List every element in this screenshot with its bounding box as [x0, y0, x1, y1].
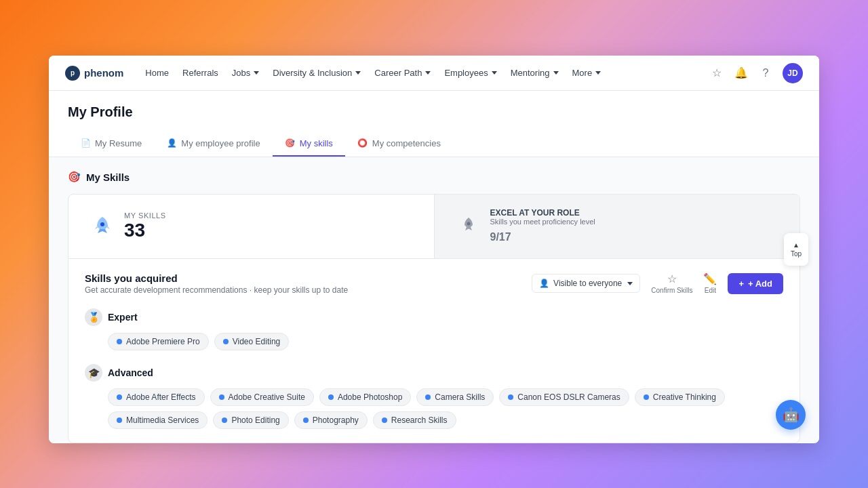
section-icon: 🎯 — [68, 171, 81, 183]
skill-dot — [328, 394, 334, 400]
resume-icon: 📄 — [80, 138, 91, 148]
skill-tag-research-skills[interactable]: Research Skills — [373, 411, 456, 429]
excel-stat: EXCEL AT YOUR ROLE Skills you meet profi… — [435, 195, 800, 258]
my-skills-stat: MY SKILLS 33 — [68, 195, 435, 258]
skills-tab-icon: 🎯 — [285, 138, 296, 148]
nav-home[interactable]: Home — [145, 68, 169, 78]
skills-section: 🎯 My Skills — [49, 157, 819, 443]
nav-links: Home Referrals Jobs Diversity & Inclusio… — [145, 68, 693, 78]
confirm-skills-button[interactable]: ☆ Confirm Skills — [651, 272, 692, 294]
advanced-icon: 🎓 — [85, 364, 102, 382]
skill-tag-photoshop[interactable]: Adobe Photoshop — [319, 388, 411, 406]
scroll-top-label: Top — [791, 250, 802, 258]
profile-header: My Profile 📄 My Resume 👤 My employee pro… — [49, 91, 819, 157]
visibility-dropdown[interactable]: 👤 Visible to everyone — [532, 274, 640, 293]
skill-tag-adobe-premiere[interactable]: Adobe Premiere Pro — [108, 333, 209, 350]
skills-header-row: Skills you acquired Get accurate develop… — [85, 272, 783, 295]
skill-tag-canon-eos[interactable]: Canon EOS DSLR Cameras — [499, 388, 629, 406]
expert-skill-tags: Adobe Premiere Pro Video Editing — [85, 333, 783, 350]
chevron-up-icon: ▲ — [793, 241, 800, 249]
skill-dot — [508, 394, 513, 400]
nav-more[interactable]: More — [572, 68, 601, 78]
skill-tag-photography[interactable]: Photography — [294, 411, 368, 429]
skills-card: MY SKILLS 33 EXCE — [68, 194, 800, 443]
tab-employee-profile[interactable]: 👤 My employee profile — [154, 131, 272, 157]
nav-career-path[interactable]: Career Path — [374, 68, 431, 78]
add-skill-button[interactable]: + + Add — [728, 273, 783, 294]
skill-dot — [219, 394, 224, 400]
svg-point-1 — [467, 222, 470, 226]
skill-dot — [222, 418, 227, 423]
skill-dot — [117, 394, 122, 400]
employee-icon: 👤 — [166, 138, 177, 148]
tab-competencies[interactable]: ⭕ My competencies — [345, 131, 453, 157]
user-avatar[interactable]: JD — [783, 63, 803, 83]
advanced-level-header: 🎓 Advanced — [85, 364, 783, 382]
excel-icon — [456, 214, 481, 239]
skill-tag-camera-skills[interactable]: Camera Skills — [416, 388, 494, 406]
expert-icon: 🏅 — [85, 308, 102, 326]
nav-employees[interactable]: Employees — [444, 68, 496, 78]
section-title: 🎯 My Skills — [68, 171, 800, 183]
chatbot-icon: 🤖 — [783, 407, 800, 423]
skills-acquired-info: Skills you acquired Get accurate develop… — [85, 272, 348, 295]
add-icon: + — [738, 279, 744, 289]
top-nav: p phenom Home Referrals Jobs Diversity &… — [49, 56, 819, 91]
expert-level-section: 🏅 Expert Adobe Premiere Pro Video Editin… — [85, 308, 783, 350]
skill-tag-after-effects[interactable]: Adobe After Effects — [108, 388, 205, 406]
skill-tag-photo-editing[interactable]: Photo Editing — [213, 411, 288, 429]
skill-dot — [117, 418, 122, 423]
skills-body: Skills you acquired Get accurate develop… — [68, 259, 800, 443]
tab-my-skills[interactable]: 🎯 My skills — [273, 131, 345, 157]
page-title: My Profile — [68, 104, 800, 120]
page-content: My Profile 📄 My Resume 👤 My employee pro… — [49, 91, 819, 443]
rocket-icon — [90, 214, 115, 239]
advanced-skill-tags: Adobe After Effects Adobe Creative Suite… — [85, 388, 783, 429]
nav-referrals[interactable]: Referrals — [182, 68, 218, 78]
chatbot-button[interactable]: 🤖 — [776, 400, 806, 430]
skills-actions: 👤 Visible to everyone ☆ Confirm Skills ✏… — [532, 272, 783, 294]
advanced-level-section: 🎓 Advanced Adobe After Effects Adobe Cre… — [85, 364, 783, 429]
skill-dot — [644, 394, 649, 400]
skill-tag-creative-suite[interactable]: Adobe Creative Suite — [210, 388, 314, 406]
nav-diversity[interactable]: Diversity & Inclusion — [273, 68, 361, 78]
skills-subtitle: Get accurate development recommendations… — [85, 285, 348, 295]
bell-icon[interactable]: 🔔 — [734, 66, 749, 81]
skill-tag-creative-thinking[interactable]: Creative Thinking — [635, 388, 725, 406]
skill-dot — [303, 418, 309, 423]
skill-tag-multimedia[interactable]: Multimedia Services — [108, 411, 208, 429]
my-skills-text: MY SKILLS 33 — [124, 211, 166, 241]
dropdown-chevron — [627, 282, 633, 285]
tab-my-resume[interactable]: 📄 My Resume — [68, 131, 154, 157]
browser-window: p phenom Home Referrals Jobs Diversity &… — [49, 56, 819, 443]
skill-dot — [425, 394, 431, 400]
star-icon[interactable]: ☆ — [709, 66, 724, 81]
stats-row: MY SKILLS 33 EXCE — [68, 195, 800, 259]
nav-right: ☆ 🔔 ? JD — [709, 63, 803, 83]
skill-tag-video-editing[interactable]: Video Editing — [214, 333, 290, 350]
add-label: + Add — [748, 279, 772, 289]
help-icon[interactable]: ? — [758, 66, 773, 81]
edit-icon: ✏️ — [703, 272, 717, 285]
profile-tabs: 📄 My Resume 👤 My employee profile 🎯 My s… — [68, 131, 800, 157]
scroll-top-button[interactable]: ▲ Top — [784, 233, 808, 266]
competencies-icon: ⭕ — [357, 138, 368, 148]
skill-dot — [117, 339, 122, 344]
skills-acquired-title: Skills you acquired — [85, 272, 348, 284]
logo-icon: p — [65, 66, 80, 81]
excel-text: EXCEL AT YOUR ROLE Skills you meet profi… — [490, 208, 595, 245]
skill-dot — [223, 339, 229, 344]
nav-jobs[interactable]: Jobs — [232, 68, 259, 78]
logo-text: phenom — [84, 67, 123, 79]
confirm-star-icon: ☆ — [667, 272, 677, 285]
person-icon: 👤 — [539, 279, 549, 288]
skill-dot — [382, 418, 387, 423]
logo[interactable]: p phenom — [65, 66, 123, 81]
nav-mentoring[interactable]: Mentoring — [511, 68, 559, 78]
edit-button[interactable]: ✏️ Edit — [703, 272, 717, 294]
svg-point-0 — [100, 222, 104, 226]
expert-level-header: 🏅 Expert — [85, 308, 783, 326]
